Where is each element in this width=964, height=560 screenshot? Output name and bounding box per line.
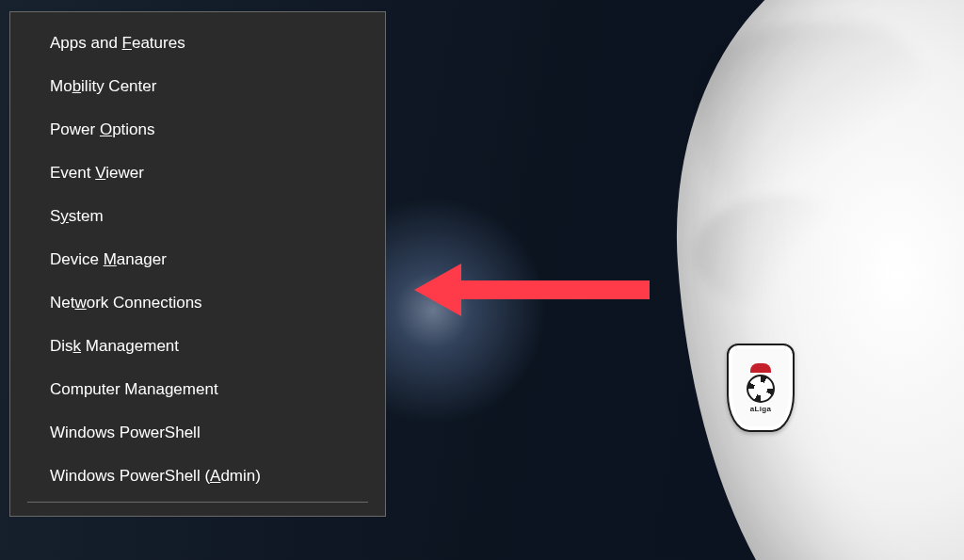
menu-item-windows-powershell[interactable]: Windows PowerShell — [10, 411, 385, 455]
menu-item-label: Device Manager — [50, 250, 167, 268]
winx-menu: Apps and Features Mobility Center Power … — [9, 11, 386, 517]
menu-item-label: Network Connections — [50, 294, 202, 312]
badge-text: aLiga — [750, 405, 771, 413]
menu-separator — [27, 502, 368, 503]
menu-item-label: Power Options — [50, 120, 155, 138]
menu-item-label: Disk Management — [50, 337, 179, 355]
menu-item-mobility-center[interactable]: Mobility Center — [10, 65, 385, 108]
menu-item-label: System — [50, 207, 104, 225]
sleeve-badge: aLiga — [727, 344, 795, 432]
menu-item-device-manager[interactable]: Device Manager — [10, 238, 385, 281]
menu-item-power-options[interactable]: Power Options — [10, 108, 385, 152]
menu-item-disk-management[interactable]: Disk Management — [10, 325, 385, 368]
menu-item-label: Computer Management — [50, 380, 218, 398]
menu-item-apps-and-features[interactable]: Apps and Features — [10, 22, 385, 65]
menu-item-label: Windows PowerShell (Admin) — [50, 467, 261, 485]
menu-item-network-connections[interactable]: Network Connections — [10, 281, 385, 325]
menu-item-label: Apps and Features — [50, 34, 185, 52]
menu-item-computer-management[interactable]: Computer Management — [10, 368, 385, 411]
menu-item-windows-powershell-admin[interactable]: Windows PowerShell (Admin) — [10, 455, 385, 498]
menu-item-label: Windows PowerShell — [50, 424, 201, 441]
menu-item-label: Mobility Center — [50, 77, 156, 95]
menu-item-system[interactable]: System — [10, 195, 385, 238]
menu-item-label: Event Viewer — [50, 164, 144, 182]
menu-item-event-viewer[interactable]: Event Viewer — [10, 152, 385, 195]
